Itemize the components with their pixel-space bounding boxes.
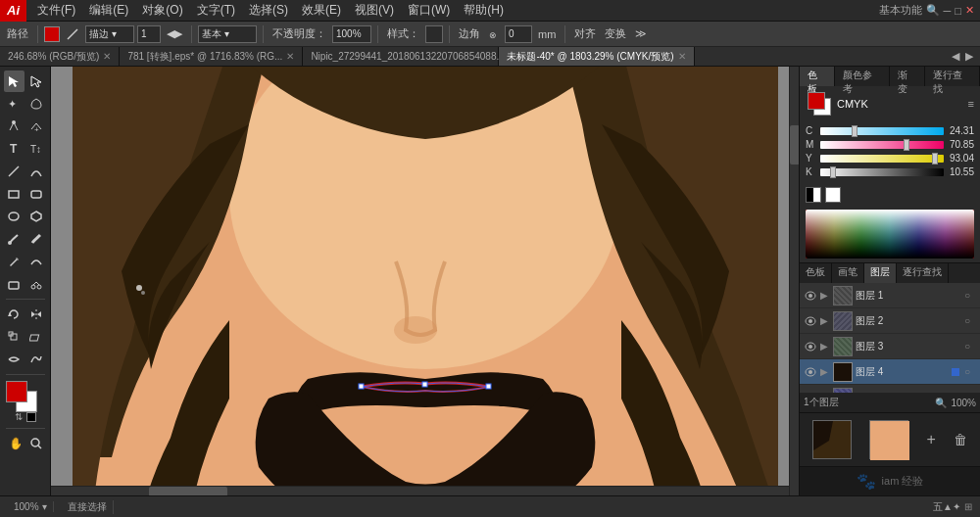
menu-extra-1[interactable]: 边角 <box>456 25 483 42</box>
tab-2[interactable]: Nipic_27299441_20180613220706854088.ai* … <box>303 47 499 66</box>
tool-add-anchor[interactable]: + <box>25 116 47 137</box>
layer-1-expand[interactable]: ▶ <box>820 290 830 301</box>
zoom-control[interactable]: 100% ▾ <box>8 501 54 512</box>
slider-y-track[interactable] <box>820 155 944 163</box>
stroke-brush-icon[interactable] <box>63 26 82 42</box>
menu-effect[interactable]: 效果(E) <box>295 0 348 21</box>
layers-tab-find[interactable]: 逐行查找 <box>897 263 949 283</box>
layer-2-eye[interactable] <box>804 314 817 328</box>
menu-extra-2[interactable]: ⊗ <box>486 28 502 40</box>
menu-text[interactable]: 文字(T) <box>190 0 242 21</box>
swatch-black-white[interactable] <box>806 187 821 203</box>
layer-delete-btn[interactable]: 🗑 <box>954 432 967 447</box>
tab-0-close[interactable]: ✕ <box>103 51 111 62</box>
tool-hand[interactable]: ✋ <box>4 433 25 454</box>
tab-3-close[interactable]: ✕ <box>678 51 686 62</box>
menu-file[interactable]: 文件(F) <box>30 0 82 21</box>
tab-color-guide[interactable]: 颜色参考 <box>835 67 890 86</box>
scroll-thumb-h[interactable] <box>149 487 227 495</box>
layer-2-lock[interactable]: ○ <box>964 315 976 326</box>
layer-row-5[interactable]: ▶ 图层 5 ○ <box>800 385 980 393</box>
slider-c-track[interactable] <box>820 127 944 135</box>
tab-scroll-left[interactable]: ◀ <box>949 50 962 63</box>
tool-scissors[interactable] <box>25 273 47 295</box>
menu-window[interactable]: 窗口(W) <box>401 0 457 21</box>
tool-ellipse[interactable] <box>4 206 25 227</box>
layers-tab-layers[interactable]: 图层 <box>864 263 897 283</box>
layers-tab-swatch[interactable]: 色板 <box>800 263 832 283</box>
slider-k-thumb[interactable] <box>830 166 836 178</box>
slider-k-track[interactable] <box>820 168 944 176</box>
tab-1-close[interactable]: ✕ <box>286 51 294 62</box>
tab-1[interactable]: 781 [转换].eps* @ 1716.83% (RG... ✕ <box>120 47 303 66</box>
menu-select[interactable]: 选择(S) <box>242 0 295 21</box>
tab-gradient[interactable]: 渐变 <box>890 67 925 86</box>
tab-swatch[interactable]: 色板 <box>800 67 835 86</box>
tool-line[interactable] <box>4 161 25 182</box>
layer-search-icon[interactable]: 🔍 <box>935 398 947 408</box>
slider-y-thumb[interactable] <box>932 153 938 164</box>
menu-view[interactable]: 视图(V) <box>348 0 401 21</box>
layers-tab-brush[interactable]: 画笔 <box>832 263 864 283</box>
tool-blob-brush[interactable] <box>25 228 47 250</box>
tab-3[interactable]: 未标题-40* @ 1803.29% (CMYK/预览) ✕ <box>499 47 694 66</box>
brush-preset-dropdown[interactable]: 基本 ▾ <box>198 25 257 43</box>
layer-new-btn[interactable]: + <box>926 431 935 448</box>
tool-reflect[interactable] <box>25 304 47 325</box>
more-options[interactable]: ≫ <box>632 26 650 41</box>
tool-selection[interactable] <box>4 70 25 92</box>
color-options-btn[interactable]: ≡ <box>968 98 974 110</box>
stroke-size-box[interactable]: 1 <box>137 25 161 43</box>
layer-4-eye[interactable] <box>804 365 817 379</box>
slider-c-thumb[interactable] <box>852 125 858 137</box>
canvas-scroll-horizontal[interactable] <box>51 486 789 495</box>
layer-row-4[interactable]: ▶ 图层 4 ○ <box>800 359 980 385</box>
scroll-thumb-v[interactable] <box>790 125 799 164</box>
current-color-icon[interactable] <box>806 90 833 118</box>
canvas-scroll-vertical[interactable] <box>789 67 799 495</box>
menu-help[interactable]: 帮助(H) <box>457 0 511 21</box>
layer-3-eye[interactable] <box>804 340 817 353</box>
corner-value[interactable]: 0 <box>505 25 532 43</box>
menu-edit[interactable]: 编辑(E) <box>82 0 135 21</box>
swatch-white[interactable] <box>825 187 841 203</box>
tool-eraser[interactable] <box>4 273 25 295</box>
stroke-color-swatch[interactable] <box>44 26 60 42</box>
color-spectrum[interactable] <box>806 210 974 258</box>
search-icon[interactable]: 🔍 <box>926 4 940 17</box>
zoom-value[interactable]: 100% <box>14 501 39 512</box>
tool-rounded-rect[interactable] <box>25 183 47 205</box>
tool-width[interactable] <box>4 349 25 370</box>
transform-label[interactable]: 变换 <box>602 25 629 42</box>
tool-smooth[interactable] <box>25 251 47 272</box>
layer-row-1[interactable]: ▶ 图层 1 ○ <box>800 283 980 308</box>
layer-3-lock[interactable]: ○ <box>964 341 976 352</box>
tool-touch-type[interactable]: T↕ <box>25 138 47 160</box>
window-close[interactable]: ✕ <box>965 4 974 17</box>
default-colors[interactable] <box>26 412 36 422</box>
slider-m-thumb[interactable] <box>904 139 909 151</box>
layer-4-lock[interactable]: ○ <box>964 366 976 377</box>
tab-scroll-right[interactable]: ▶ <box>962 50 976 63</box>
canvas-area[interactable] <box>51 67 799 495</box>
tool-brush[interactable] <box>4 228 25 250</box>
window-max[interactable]: □ <box>955 5 961 17</box>
tool-pen[interactable] <box>4 116 25 137</box>
layer-1-eye[interactable] <box>804 289 817 303</box>
stroke-width-dropdown[interactable]: 描边 ▾ <box>85 25 134 43</box>
tool-rect[interactable] <box>4 183 25 205</box>
layer-row-3[interactable]: ▶ 图层 3 ○ <box>800 334 980 359</box>
layer-1-lock[interactable]: ○ <box>964 290 976 301</box>
zoom-dropdown-icon[interactable]: ▾ <box>42 501 47 512</box>
tool-direct-selection[interactable] <box>25 70 47 92</box>
tab-0[interactable]: 246.68% (RGB/预览) ✕ <box>0 47 120 66</box>
tab-findreplace[interactable]: 逐行查找 <box>925 67 980 86</box>
opacity-input[interactable]: 100% <box>332 25 371 43</box>
window-min[interactable]: ─ <box>944 5 952 17</box>
tool-pencil[interactable] <box>4 251 25 272</box>
tool-type[interactable]: T <box>4 138 25 160</box>
tool-arc[interactable] <box>25 161 47 182</box>
layer-row-2[interactable]: ▶ 图层 2 ○ <box>800 308 980 334</box>
tool-rotate[interactable] <box>4 304 25 325</box>
tool-lasso[interactable] <box>25 93 47 115</box>
